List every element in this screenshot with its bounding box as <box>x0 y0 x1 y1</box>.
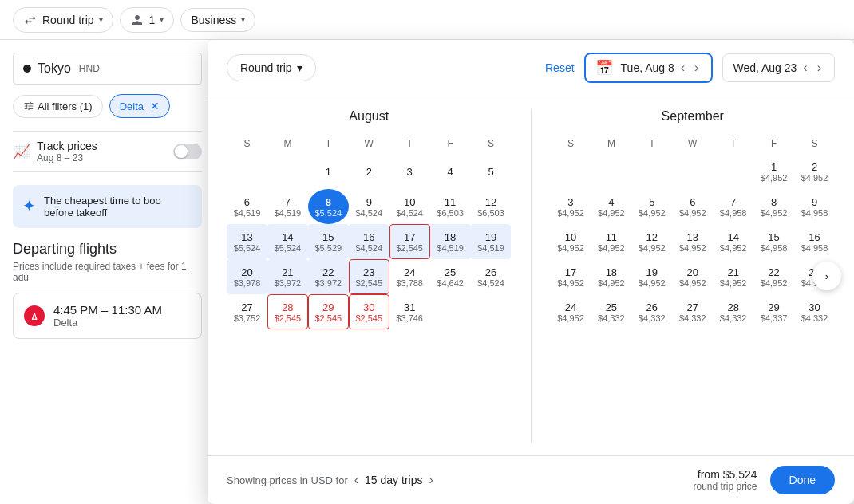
table-row[interactable]: 16$4,524 <box>349 224 389 259</box>
table-row[interactable]: 30$2,545 <box>349 294 389 329</box>
done-button[interactable]: Done <box>770 466 835 494</box>
return-prev-button[interactable]: ‹ <box>800 61 810 75</box>
table-row[interactable]: 27$4,332 <box>672 294 713 329</box>
table-row[interactable]: 16$4,958 <box>794 224 835 259</box>
table-row[interactable]: 14$5,524 <box>267 224 308 259</box>
table-row[interactable]: 7$4,958 <box>713 189 753 224</box>
return-date-selector[interactable]: Wed, Aug 23 ‹ › <box>722 53 835 82</box>
table-row[interactable]: 10$4,524 <box>389 189 430 224</box>
table-row[interactable]: 8$5,524 <box>308 189 349 224</box>
table-row[interactable]: 22$4,952 <box>753 259 794 294</box>
table-row[interactable]: 26$4,524 <box>471 259 512 294</box>
table-row[interactable]: 15$4,958 <box>753 224 794 259</box>
table-row[interactable]: 2 <box>349 154 389 189</box>
passengers-button[interactable]: 1 ▾ <box>120 7 175 33</box>
table-row[interactable]: 1$4,952 <box>753 154 794 189</box>
depart-prev-button[interactable]: ‹ <box>678 61 688 75</box>
all-filters-button[interactable]: All filters (1) <box>13 95 103 118</box>
calendar-trip-type-button[interactable]: Round trip ▾ <box>227 54 316 81</box>
table-row[interactable]: 1 <box>308 154 349 189</box>
table-row[interactable]: 14$4,952 <box>713 224 753 259</box>
origin-field[interactable]: Tokyo HND <box>13 53 202 85</box>
table-row[interactable]: 26$4,332 <box>631 294 672 329</box>
track-prices-label: Track prices <box>37 140 97 152</box>
table-row[interactable]: 24$3,788 <box>389 259 430 294</box>
day-trips-prev-button[interactable]: ‹ <box>354 473 358 487</box>
table-row[interactable]: 27$3,752 <box>227 294 267 329</box>
table-row[interactable]: 11$4,952 <box>591 224 631 259</box>
aug-dow-3: W <box>349 133 389 154</box>
delta-close-icon[interactable]: ✕ <box>150 100 160 112</box>
flight-row[interactable]: Δ 4:45 PM – 11:30 AM Delta <box>13 293 202 339</box>
trip-type-chevron: ▾ <box>99 15 103 24</box>
table-row[interactable]: 12$6,503 <box>471 189 512 224</box>
table-row[interactable]: 15$5,529 <box>308 224 349 259</box>
cabin-button[interactable]: Business ▾ <box>180 8 255 32</box>
filters-row: All filters (1) Delta ✕ <box>13 94 202 118</box>
table-row[interactable]: 19$4,519 <box>471 224 512 259</box>
table-row[interactable]: 23$2,545 <box>349 259 389 294</box>
table-row[interactable]: 4 <box>430 154 471 189</box>
table-row[interactable]: 20$3,978 <box>227 259 267 294</box>
table-row[interactable]: 8$4,952 <box>753 189 794 224</box>
table-row[interactable]: 11$6,503 <box>430 189 471 224</box>
table-row[interactable]: 25$4,332 <box>591 294 631 329</box>
table-row[interactable]: 4$4,952 <box>591 189 631 224</box>
table-row[interactable]: 9$4,958 <box>794 189 835 224</box>
table-row[interactable]: 2$4,952 <box>794 154 835 189</box>
depart-date-text: Tue, Aug 8 <box>621 61 674 74</box>
september-calendar: September S M T W T F S 1$4,9522$4,9523$… <box>551 109 836 443</box>
aug-dow-1: M <box>267 133 308 154</box>
table-row <box>551 154 591 189</box>
table-row[interactable]: 29$4,337 <box>753 294 794 329</box>
table-row <box>267 154 308 189</box>
september-dow-row: S M T W T F S <box>551 133 836 154</box>
table-row[interactable]: 7$4,519 <box>267 189 308 224</box>
table-row[interactable]: 21$3,972 <box>267 259 308 294</box>
table-row[interactable]: 22$3,972 <box>308 259 349 294</box>
table-row[interactable]: 24$4,952 <box>551 294 591 329</box>
depart-date-selector[interactable]: 📅 Tue, Aug 8 ‹ › <box>584 53 714 83</box>
table-row[interactable]: 18$4,519 <box>430 224 471 259</box>
table-row[interactable]: 13$5,524 <box>227 224 267 259</box>
table-row[interactable]: 28$2,545 <box>267 294 308 329</box>
table-row[interactable]: 6$4,952 <box>672 189 713 224</box>
table-row[interactable]: 30$4,332 <box>794 294 835 329</box>
origin-dot <box>23 65 31 73</box>
table-row[interactable]: 17$2,545 <box>389 224 430 259</box>
table-row[interactable]: 25$4,642 <box>430 259 471 294</box>
left-panel: Tokyo HND All filters (1) Delta ✕ 📈 Trac… <box>0 40 215 504</box>
table-row[interactable]: 13$4,952 <box>672 224 713 259</box>
calendar-next-month-button[interactable]: › <box>812 262 841 290</box>
table-row[interactable]: 9$4,524 <box>349 189 389 224</box>
table-row[interactable]: 29$2,545 <box>308 294 349 329</box>
table-row[interactable]: 21$4,952 <box>713 259 753 294</box>
day-trips-next-button[interactable]: › <box>429 473 433 487</box>
table-row[interactable]: 20$4,952 <box>672 259 713 294</box>
table-row <box>430 294 471 329</box>
reset-button[interactable]: Reset <box>545 61 575 74</box>
table-row[interactable]: 3$4,952 <box>551 189 591 224</box>
table-row[interactable]: 28$4,332 <box>713 294 753 329</box>
september-grid: 1$4,9522$4,9523$4,9524$4,9525$4,9526$4,9… <box>551 154 836 329</box>
table-row[interactable]: 17$4,952 <box>551 259 591 294</box>
track-prices-toggle[interactable] <box>173 144 202 159</box>
table-row[interactable]: 10$4,952 <box>551 224 591 259</box>
table-row[interactable]: 5$4,952 <box>631 189 672 224</box>
delta-filter-button[interactable]: Delta ✕ <box>109 94 170 118</box>
table-row[interactable]: 18$4,952 <box>591 259 631 294</box>
calendar-header: Round trip ▾ Reset 📅 Tue, Aug 8 ‹ › Wed,… <box>208 40 854 96</box>
august-calendar: August S M T W T F S 123456$4,5197$4,519… <box>227 109 512 443</box>
table-row[interactable]: 3 <box>389 154 430 189</box>
table-row[interactable]: 12$4,952 <box>631 224 672 259</box>
table-row[interactable]: 31$3,746 <box>389 294 430 329</box>
table-row[interactable]: 19$4,952 <box>631 259 672 294</box>
table-row[interactable]: 6$4,519 <box>227 189 267 224</box>
flight-carrier: Delta <box>53 317 162 329</box>
table-row[interactable]: 5 <box>471 154 512 189</box>
depart-next-button[interactable]: › <box>691 61 702 75</box>
calendar-modal: Round trip ▾ Reset 📅 Tue, Aug 8 ‹ › Wed,… <box>208 40 854 504</box>
return-next-button[interactable]: › <box>814 61 824 75</box>
trip-type-button[interactable]: Round trip ▾ <box>13 7 113 33</box>
calendar-divider <box>531 109 532 443</box>
